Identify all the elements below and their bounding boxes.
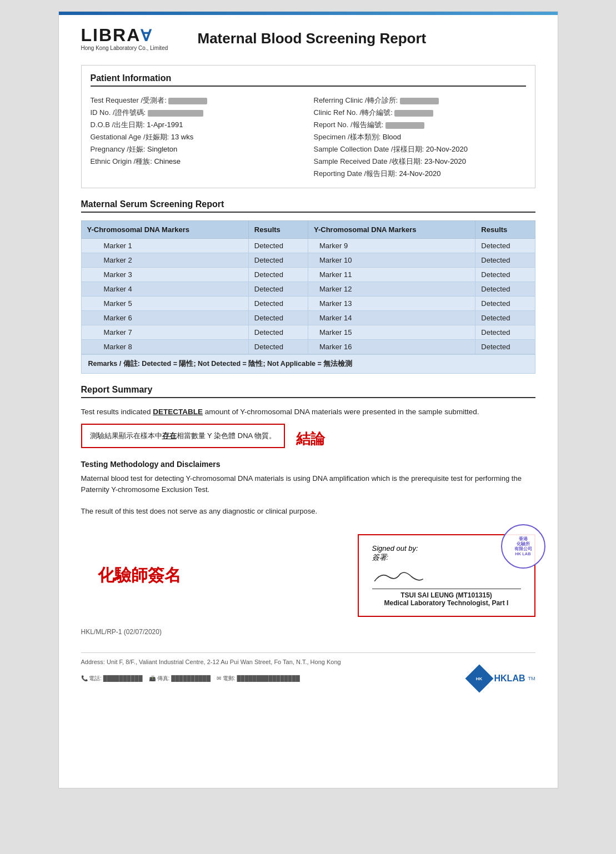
left-marker: Marker 7 [81, 325, 248, 340]
right-result: Detected [475, 282, 535, 297]
left-result: Detected [248, 253, 308, 268]
redacted-clinicref [394, 110, 433, 117]
methodology-text2: The result of this test does not serve a… [81, 506, 535, 518]
top-bar [59, 12, 558, 15]
lab-stamp: 香港化驗所有限公司HK LAB [501, 524, 545, 569]
sign-by-label: Signed out by: 簽署: [372, 544, 521, 562]
left-result: Detected [248, 297, 308, 311]
chinese-bold: 存在 [162, 431, 177, 440]
left-marker: Marker 4 [81, 282, 248, 297]
right-result: Detected [475, 239, 535, 253]
serum-section: Maternal Serum Screening Report Y-Chromo… [81, 199, 535, 374]
right-result: Detected [475, 340, 535, 354]
logo-libra: LIBRA [81, 25, 141, 45]
table-row: Marker 2 Detected Marker 10 Detected [81, 253, 535, 268]
left-result: Detected [248, 239, 308, 253]
right-result: Detected [475, 325, 535, 340]
redacted-clinic [400, 98, 439, 104]
right-result: Detected [475, 311, 535, 325]
col4-header: Results [475, 221, 535, 239]
sign-line [372, 567, 521, 589]
left-marker: Marker 3 [81, 268, 248, 282]
summary-section: Report Summary Test results indicated DE… [81, 385, 535, 449]
right-result: Detected [475, 253, 535, 268]
footer-ref: HKL/ML/RP-1 (02/07/2020) [81, 628, 535, 636]
patient-info-title: Patient Information [91, 73, 526, 87]
signature-svg [372, 567, 428, 586]
left-marker: Marker 2 [81, 253, 248, 268]
signature-section: 化驗師簽名 香港化驗所有限公司HK LAB Signed out by: 簽署:… [81, 534, 535, 617]
info-row-collection: Sample Collection Date /採樣日期: 20-Nov-202… [314, 143, 526, 155]
logo-text: LIBRA∀ [81, 26, 153, 44]
header: LIBRA∀ Hong Kong Laboratory Co., Limited… [81, 26, 535, 51]
methodology-section: Testing Methodology and Disclaimers Mate… [81, 460, 535, 518]
table-row: Marker 7 Detected Marker 15 Detected [81, 325, 535, 340]
summary-text: Test results indicated DETECTABLE amount… [81, 406, 535, 418]
table-row: Marker 4 Detected Marker 12 Detected [81, 282, 535, 297]
col2-header: Results [248, 221, 308, 239]
info-row-dob: D.O.B /出生日期: 1-Apr-1991 [91, 119, 303, 131]
redacted-reportno [385, 122, 424, 129]
table-row: Marker 1 Detected Marker 9 Detected [81, 239, 535, 253]
patient-grid: Test Requester /受測者: ID No. /證件號碼: D.O.B… [91, 94, 526, 180]
footer-address: Address: Unit F, 8/F., Valiant Industria… [81, 652, 535, 689]
page: LIBRA∀ Hong Kong Laboratory Co., Limited… [58, 11, 558, 788]
left-marker: Marker 6 [81, 311, 248, 325]
right-marker: Marker 14 [308, 311, 475, 325]
table-row: Marker 8 Detected Marker 16 Detected [81, 340, 535, 354]
right-marker: Marker 11 [308, 268, 475, 282]
info-row-ethnic: Ethnic Origin /種族: Chinese [91, 155, 303, 168]
col3-header: Y-Chromosomal DNA Markers [308, 221, 475, 239]
conclusion-box: 測驗結果顯示在樣本中存在相當數量 Y 染色體 DNA 物質。 結論 [81, 424, 535, 449]
right-marker: Marker 15 [308, 325, 475, 340]
left-result: Detected [248, 311, 308, 325]
info-row-id: ID No. /證件號碼: [91, 107, 303, 119]
table-row: Marker 3 Detected Marker 11 Detected [81, 268, 535, 282]
logo-area: LIBRA∀ Hong Kong Laboratory Co., Limited [81, 26, 181, 51]
right-result: Detected [475, 268, 535, 282]
right-result: Detected [475, 297, 535, 311]
chemist-label: 化驗師簽名 [98, 564, 181, 587]
left-result: Detected [248, 282, 308, 297]
left-marker: Marker 8 [81, 340, 248, 354]
hklab-logo: HK HKLAB TM [469, 669, 535, 689]
left-result: Detected [248, 268, 308, 282]
footer-contacts: 📞 電話: ██████████ 📠 傳真: ██████████ ✉ 電郵: … [81, 675, 300, 682]
info-row-reporting: Reporting Date /報告日期: 24-Nov-2020 [314, 168, 526, 180]
right-marker: Marker 12 [308, 282, 475, 297]
methodology-text1: Maternal blood test for detecting Y-chro… [81, 473, 535, 496]
right-marker: Marker 16 [308, 340, 475, 354]
sign-box: 香港化驗所有限公司HK LAB Signed out by: 簽署: TSUI … [358, 534, 535, 617]
footer-bottom: 📞 電話: ██████████ 📠 傳真: ██████████ ✉ 電郵: … [81, 669, 535, 689]
info-row-reportno: Report No. /報告編號: [314, 119, 526, 131]
col1-header: Y-Chromosomal DNA Markers [81, 221, 248, 239]
hklab-text: HKLAB [494, 674, 525, 684]
info-row-clinic: Referring Clinic /轉介診所: [314, 94, 526, 107]
signer-name: TSUI SAI LEUNG (MT101315) Medical Labora… [372, 591, 521, 607]
info-row-specimen: Specimen /樣本類別: Blood [314, 131, 526, 143]
left-result: Detected [248, 325, 308, 340]
right-marker: Marker 10 [308, 253, 475, 268]
left-marker: Marker 1 [81, 239, 248, 253]
patient-left-col: Test Requester /受測者: ID No. /證件號碼: D.O.B… [91, 94, 303, 180]
table-row: Marker 6 Detected Marker 14 Detected [81, 311, 535, 325]
info-row-clinicref: Clinic Ref No. /轉介編號: [314, 107, 526, 119]
logo-sub: Hong Kong Laboratory Co., Limited [81, 45, 168, 51]
right-marker: Marker 9 [308, 239, 475, 253]
methodology-title: Testing Methodology and Disclaimers [81, 460, 535, 469]
serum-table: Y-Chromosomal DNA Markers Results Y-Chro… [81, 220, 535, 354]
report-title: Maternal Blood Screening Report [198, 30, 427, 47]
left-result: Detected [248, 340, 308, 354]
info-row-received: Sample Received Date /收樣日期: 23-Nov-2020 [314, 155, 526, 168]
table-row: Marker 5 Detected Marker 13 Detected [81, 297, 535, 311]
conclusion-label: 結論 [296, 424, 325, 449]
redacted-id [148, 110, 203, 117]
remarks: Remarks / 備註: Detected = 陽性; Not Detecte… [81, 354, 535, 374]
serum-section-title: Maternal Serum Screening Report [81, 199, 535, 213]
redacted-requester [168, 98, 207, 104]
patient-right-col: Referring Clinic /轉介診所: Clinic Ref No. /… [314, 94, 526, 180]
info-row-pregnancy: Pregnancy /妊娠: Singleton [91, 143, 303, 155]
patient-info-section: Patient Information Test Requester /受測者:… [81, 65, 535, 188]
chinese-result-box: 測驗結果顯示在樣本中存在相當數量 Y 染色體 DNA 物質。 [81, 424, 286, 449]
detectable-word: DETECTABLE [153, 408, 203, 416]
